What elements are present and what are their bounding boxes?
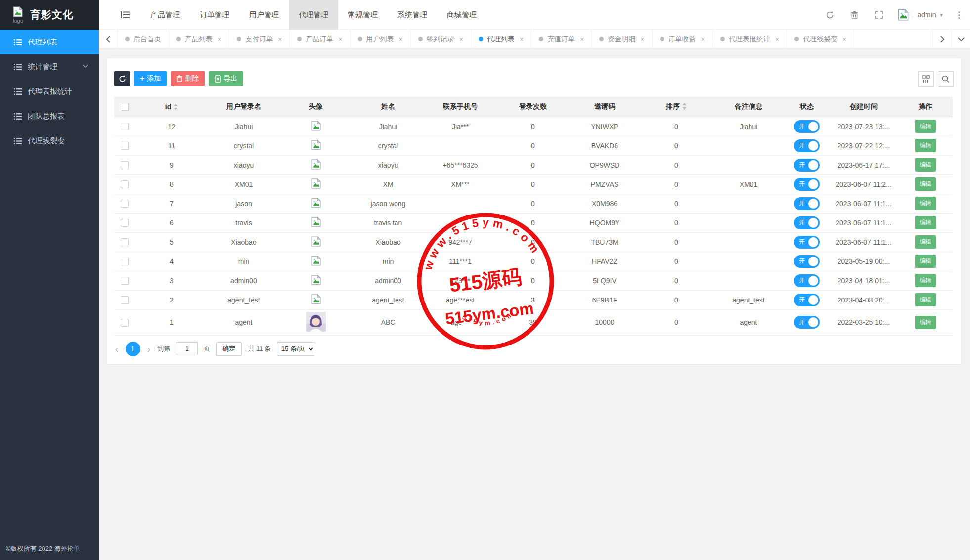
tab[interactable]: 用户列表× (351, 30, 411, 48)
sort-icon[interactable] (682, 103, 687, 110)
status-toggle[interactable]: 开 (794, 255, 820, 268)
status-toggle[interactable]: 开 (794, 236, 820, 249)
row-checkbox[interactable] (121, 277, 129, 285)
sidebar-item[interactable]: 代理表报统计 (0, 79, 99, 104)
cell-sort: 0 (640, 309, 712, 335)
edit-button[interactable]: 编辑 (915, 293, 936, 306)
status-toggle[interactable]: 开 (794, 120, 820, 133)
row-checkbox[interactable] (121, 180, 129, 188)
edit-button[interactable]: 编辑 (915, 216, 936, 229)
prev-page-icon[interactable]: ‹ (114, 344, 120, 354)
tab[interactable]: 后台首页 (118, 30, 169, 48)
edit-button[interactable]: 编辑 (915, 177, 936, 191)
topnav-item[interactable]: 用户管理 (239, 0, 289, 30)
search-icon[interactable] (938, 71, 954, 87)
row-checkbox[interactable] (121, 238, 129, 246)
tab[interactable]: 签到记录× (411, 30, 471, 48)
delete-button[interactable]: 删除 (171, 71, 205, 86)
topnav-item[interactable]: 商城管理 (437, 0, 486, 30)
trash-icon[interactable] (851, 11, 858, 19)
row-checkbox[interactable] (121, 296, 129, 304)
tab[interactable]: 代理表报统计× (713, 30, 787, 48)
tab[interactable]: 支付订单× (229, 30, 290, 48)
topnav-item[interactable]: 常规管理 (338, 0, 388, 30)
status-toggle[interactable]: 开 (794, 139, 820, 152)
tabs-scroll-right-icon[interactable] (932, 30, 951, 48)
refresh-table-button[interactable] (114, 71, 130, 86)
status-toggle[interactable]: 开 (794, 274, 820, 287)
status-toggle[interactable]: 开 (794, 294, 820, 306)
user-menu[interactable]: admin ▾ (898, 9, 943, 21)
topnav-item[interactable]: 系统管理 (388, 0, 437, 30)
row-checkbox[interactable] (121, 258, 129, 265)
tabs-menu-icon[interactable] (951, 30, 970, 48)
page-jump-input[interactable] (176, 342, 198, 355)
row-checkbox[interactable] (121, 200, 129, 208)
close-icon[interactable]: × (842, 36, 846, 43)
edit-button[interactable]: 编辑 (915, 255, 936, 268)
current-page-button[interactable]: 1 (126, 342, 140, 356)
edit-button[interactable]: 编辑 (915, 139, 936, 152)
select-all-checkbox[interactable] (121, 103, 129, 111)
cell-status: 开 (785, 290, 829, 309)
edit-button[interactable]: 编辑 (915, 197, 936, 210)
next-page-icon[interactable]: › (146, 344, 152, 354)
sidebar-item[interactable]: 团队总报表 (0, 104, 99, 129)
row-checkbox[interactable] (121, 219, 129, 227)
add-button[interactable]: + 添加 (134, 71, 167, 86)
close-icon[interactable]: × (640, 36, 644, 43)
status-toggle[interactable]: 开 (794, 316, 820, 329)
sidebar-item[interactable]: 统计管理 (0, 54, 99, 79)
tab[interactable]: 产品订单× (290, 30, 350, 48)
sort-icon[interactable] (174, 103, 178, 110)
cell-checkbox (114, 136, 135, 155)
close-icon[interactable]: × (399, 36, 403, 43)
confirm-button[interactable]: 确定 (216, 342, 242, 356)
refresh-icon[interactable] (826, 11, 834, 19)
status-toggle[interactable]: 开 (794, 178, 820, 191)
close-icon[interactable]: × (701, 36, 705, 43)
close-icon[interactable]: × (775, 36, 779, 43)
close-icon[interactable]: × (218, 36, 221, 43)
cell-phone: 111***1 (424, 252, 497, 271)
close-icon[interactable]: × (459, 36, 463, 43)
fullscreen-icon[interactable] (875, 11, 883, 19)
row-checkbox[interactable] (121, 142, 129, 150)
edit-button[interactable]: 编辑 (915, 158, 936, 172)
tab[interactable]: 代理线裂变× (787, 30, 854, 48)
tabs-scroll-left-icon[interactable] (99, 30, 118, 48)
sidebar-item[interactable]: 代理列表 (0, 30, 99, 54)
close-icon[interactable]: × (520, 36, 524, 43)
status-toggle[interactable]: 开 (794, 216, 820, 229)
edit-button[interactable]: 编辑 (915, 316, 936, 329)
row-checkbox[interactable] (121, 123, 129, 130)
row-checkbox[interactable] (121, 161, 129, 169)
status-toggle[interactable]: 开 (794, 159, 820, 172)
tab[interactable]: 代理列表× (471, 30, 531, 48)
topnav-item[interactable]: 产品管理 (140, 0, 190, 30)
topnav-item[interactable]: 订单管理 (190, 0, 239, 30)
cell-sort: 0 (640, 290, 712, 309)
edit-button[interactable]: 编辑 (915, 274, 936, 287)
close-icon[interactable]: × (278, 36, 282, 43)
pagination: ‹ 1 › 到第 页 确定 共 11 条 15 条/页 (114, 342, 954, 356)
tab[interactable]: 产品列表× (169, 30, 229, 48)
page-size-select[interactable]: 15 条/页 (277, 342, 315, 356)
row-checkbox[interactable] (121, 319, 129, 327)
close-icon[interactable]: × (338, 36, 342, 43)
status-toggle[interactable]: 开 (794, 197, 820, 210)
topnav-item[interactable]: 代理管理 (289, 0, 338, 30)
table-columns-icon[interactable] (918, 71, 934, 87)
tab[interactable]: 订单收益× (653, 30, 713, 48)
edit-button[interactable]: 编辑 (915, 120, 936, 133)
cell-avatar (279, 290, 353, 309)
close-icon[interactable]: × (580, 36, 584, 43)
export-button[interactable]: 导出 (209, 71, 243, 86)
tab[interactable]: 充值订单× (531, 30, 592, 48)
tab[interactable]: 资金明细× (592, 30, 652, 48)
sidebar-item[interactable]: 代理线裂变 (0, 129, 99, 153)
tab-label: 代理表报统计 (729, 35, 770, 43)
edit-button[interactable]: 编辑 (915, 235, 936, 249)
more-icon[interactable]: ⋮ (955, 10, 963, 20)
menu-fold-icon[interactable] (117, 0, 133, 30)
